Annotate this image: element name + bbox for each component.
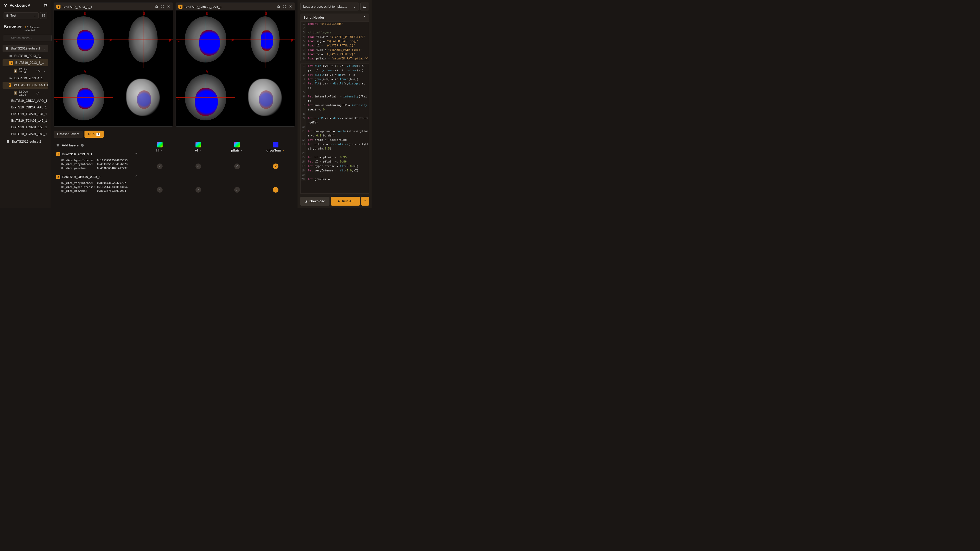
brand-logo (3, 3, 8, 7)
tab-run[interactable]: Run 1 (84, 130, 103, 138)
workspace-select[interactable]: Test ⌄ (3, 12, 38, 19)
case-item[interactable]: BraTS19_CBICA_AAL_1 (3, 104, 48, 111)
play-icon (337, 200, 340, 203)
settings-icon[interactable] (43, 3, 47, 7)
viewer-header: 1 BraTS19_2013_3_1 (54, 3, 173, 11)
svg-rect-0 (6, 14, 8, 17)
dataset-brats2019-subset1[interactable]: BraTS2019-subset1 ⌄ (3, 44, 48, 52)
save-icon (42, 14, 45, 17)
preset-select[interactable]: Load a preset script template...⌄ (301, 3, 359, 11)
run-badge: 1 (14, 91, 17, 95)
fullscreen-icon[interactable] (283, 5, 286, 8)
layer-toggle[interactable]: ✓ (234, 164, 240, 169)
close-icon[interactable] (289, 5, 292, 8)
palette-icon[interactable] (234, 142, 240, 148)
layer-toggle[interactable]: ✓ (157, 164, 162, 169)
run-more-button[interactable]: ⌃ (361, 197, 369, 206)
layer-toggle[interactable]: ✓ (273, 187, 278, 192)
layer-col-growTum: growTum ✓ ✓ (256, 142, 295, 194)
brand-name: VoxLogicA (10, 3, 30, 7)
download-icon (304, 200, 308, 203)
info-icon[interactable]: i (81, 144, 84, 147)
run-all-button[interactable]: Run All (331, 197, 360, 206)
case-item[interactable]: BraTS19_2013_2_1 (3, 52, 48, 59)
bottom-panel: Dataset Layers Run 1 Add layers i 1BraTS… (51, 129, 298, 208)
folder-open-icon (363, 5, 367, 9)
case-item[interactable]: BraTS19_TCIA01_147_1 (3, 118, 48, 124)
script-body-code[interactable]: 1let dice(x,y) = (2 .*. volume(x & y)) .… (301, 64, 369, 194)
palette-icon[interactable] (196, 142, 201, 148)
save-button[interactable] (40, 12, 47, 19)
camera-icon[interactable] (155, 5, 159, 8)
actions-row: Download Run All ⌃ (298, 195, 372, 208)
svg-point-5 (278, 6, 279, 7)
layer-col-hI: hI ✓ ✓ (140, 142, 179, 194)
case-header-2[interactable]: 2BraTS19_CBICA_AAB_1⌃ (54, 173, 140, 181)
script-panel: Load a preset script template...⌄ Script… (298, 0, 372, 208)
chevron-down-icon: ⌄ (43, 46, 46, 50)
layer-grid: Add layers i 1BraTS19_2013_3_1⌃ 01_dice_… (54, 139, 295, 194)
case-tree: BraTS2019-subset1 ⌄ BraTS19_2013_2_1 1Br… (0, 44, 51, 208)
case-item-selected[interactable]: 1BraTS19_2013_3_1 (3, 59, 48, 66)
layer-toggle[interactable]: ✓ (234, 187, 240, 192)
chevron-down-icon: ⌄ (353, 5, 356, 8)
download-icon[interactable] (240, 149, 243, 152)
close-icon[interactable] (167, 5, 170, 8)
fullscreen-icon[interactable] (161, 5, 164, 8)
download-icon[interactable] (199, 149, 202, 152)
viewer-title: BraTS19_CBICA_AAB_1 (185, 5, 222, 9)
download-button[interactable]: Download (301, 197, 329, 206)
case-item[interactable]: BraTS19_TCIA01_131_1 (3, 111, 48, 118)
layer-col-vI: vI ✓ ✓ (179, 142, 218, 194)
tabs: Dataset Layers Run 1 (54, 129, 295, 139)
case-item[interactable]: BraTS19_CBICA_AAG_1 (3, 97, 48, 104)
clipboard-icon (6, 14, 9, 17)
run-item[interactable]: 112 Dec, 02:04 (7...⌄ (3, 66, 48, 75)
run-badge: 1 (14, 68, 17, 73)
chevron-up-icon: ⌃ (135, 175, 138, 179)
chevron-down-icon: ⌄ (43, 69, 46, 73)
case-item[interactable]: BraTS19_2013_4_1 (3, 75, 48, 82)
chevron-down-icon: ⌄ (43, 92, 46, 95)
viewer-row: 1 BraTS19_2013_3_1 SLP SP AL (51, 0, 298, 129)
open-folder-button[interactable] (360, 3, 369, 11)
viewer-body[interactable]: SLP SP AL (176, 11, 295, 126)
download-icon[interactable] (282, 149, 285, 152)
case-header-1[interactable]: 1BraTS19_2013_3_1⌃ (54, 151, 140, 158)
svg-text:i: i (82, 144, 83, 146)
layers-icon (56, 143, 60, 147)
sidebar: VoxLogicA Test ⌄ Browser 2 / 16 cases se… (0, 0, 51, 208)
case-badge: 2 (9, 83, 11, 87)
layer-toggle[interactable]: ✓ (196, 187, 201, 192)
viewer-1: 1 BraTS19_2013_3_1 SLP SP AL (54, 3, 173, 127)
metrics-2: 02_dice_veryIntense:0.8594731528320737 0… (54, 181, 140, 194)
tab-dataset-layers[interactable]: Dataset Layers (54, 130, 83, 138)
viewer-title: BraTS19_2013_3_1 (62, 5, 92, 9)
viewer-body[interactable]: SLP SP AL (54, 11, 173, 126)
case-item-selected[interactable]: 2BraTS19_CBICA_AAB_1 (3, 82, 48, 89)
workspace-name: Test (11, 14, 16, 17)
case-badge: 1 (9, 61, 13, 65)
palette-icon[interactable] (157, 142, 162, 148)
search-row (0, 33, 51, 44)
search-input[interactable] (3, 35, 52, 41)
case-item[interactable]: BraTS19_TCIA01_150_1 (3, 124, 48, 130)
camera-icon[interactable] (277, 5, 280, 8)
viewer-2: 2 BraTS19_CBICA_AAB_1 SLP SP AL (176, 3, 295, 127)
chevron-up-icon: ⌃ (363, 16, 366, 19)
dataset-brats2019-subset2[interactable]: BraTS2019-subset2 (3, 138, 47, 145)
add-layers[interactable]: Add layers i (54, 142, 140, 149)
download-icon[interactable] (160, 149, 163, 152)
database-icon (5, 47, 9, 50)
browser-header: Browser 2 / 16 cases selected (0, 22, 51, 33)
script-header-toggle[interactable]: Script Header⌃ (301, 14, 369, 21)
layer-toggle[interactable]: ✓ (157, 187, 162, 192)
script-header-code[interactable]: 1import "stdlib.imgql"2 3// Load layers4… (301, 21, 369, 61)
brand-row: VoxLogicA (0, 0, 51, 11)
svg-point-4 (156, 6, 157, 7)
palette-icon[interactable] (273, 142, 278, 148)
layer-toggle[interactable]: ✓ (196, 164, 201, 169)
case-item[interactable]: BraTS19_TCIA01_180_1 (3, 130, 48, 137)
layer-toggle[interactable]: ✓ (273, 164, 278, 169)
run-item[interactable]: 112 Dec, 02:04 (7...⌄ (3, 89, 48, 97)
